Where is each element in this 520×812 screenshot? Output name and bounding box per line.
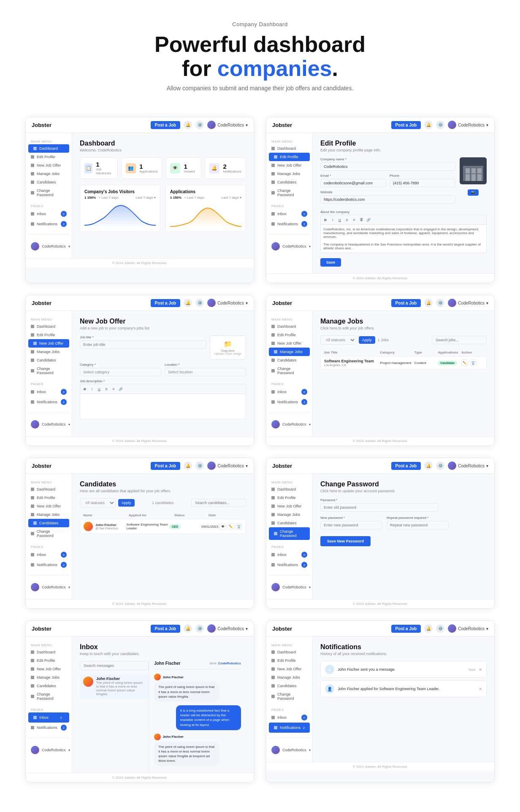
sidebar-candidates-7[interactable]: Candidates [26,682,72,690]
sidebar-candidates-6[interactable]: Candidates [266,519,312,527]
edit-job-btn[interactable]: ✏️ [461,359,468,366]
post-job-button[interactable]: Post a Job [151,121,181,129]
settings-icon-2[interactable]: ⚙️ [436,121,444,129]
delete-candidate-btn[interactable]: 🗑️ [236,523,242,530]
sidebar-notifications-6[interactable]: Notifications 2 [266,560,312,570]
sidebar-edit-7[interactable]: Edit Profile [26,656,72,665]
italic-btn[interactable]: I [330,217,336,223]
candidates-apply-btn[interactable]: Apply [118,499,135,507]
sidebar-notifications-7[interactable]: Notifications 2 [26,723,72,733]
inbox-search[interactable] [80,661,149,670]
sidebar-new-job-5[interactable]: New Job Offer [26,502,72,510]
bold-btn[interactable]: B [322,217,328,223]
bell-icon-8[interactable]: 🔔 [424,624,433,633]
sidebar-candidates-8[interactable]: Candidates [266,682,312,690]
bell-icon-5[interactable]: 🔔 [184,461,192,470]
sidebar-item-change-password[interactable]: Change Password [26,186,72,199]
post-job-btn-4[interactable]: Post a Job [391,299,421,307]
jobs-apply-btn[interactable]: Apply [359,336,375,344]
sidebar-new-job-active[interactable]: New Job Offer [28,339,69,348]
sidebar-candidates-4[interactable]: Candidates [266,356,312,364]
sidebar-item-notifications[interactable]: Notifications 2 [26,219,72,229]
sidebar-manage-7[interactable]: Manage Jobs [26,673,72,682]
sidebar-inbox-5[interactable]: Inbox 0 [26,550,72,560]
sidebar-dashboard-2[interactable]: Dashboard [266,144,312,153]
sidebar-manage-jobs-active[interactable]: Manage Jobs [269,348,310,356]
sidebar-item-candidates[interactable]: Candidates [26,178,72,186]
view-candidate-btn[interactable]: 👁️ [219,523,226,530]
post-job-btn-7[interactable]: Post a Job [151,625,181,633]
post-job-btn-3[interactable]: Post a Job [151,299,181,307]
sidebar-notifications-5[interactable]: Notifications 2 [26,560,72,570]
sidebar-manage-2[interactable]: Manage Jobs [266,170,312,178]
save-profile-btn[interactable]: Save [320,258,341,267]
bell-icon-2[interactable]: 🔔 [424,121,433,129]
candidates-search[interactable] [191,499,246,507]
repeat-password-input[interactable] [387,521,449,529]
settings-icon-7[interactable]: ⚙️ [195,624,204,633]
sidebar-inbox-2[interactable]: Inbox 0 [266,209,312,219]
sidebar-new-job-8[interactable]: New Job Offer [266,665,312,673]
job-description-editor[interactable] [80,394,246,419]
sidebar-candidates-2[interactable]: Candidates [266,178,312,186]
location-select[interactable]: Select location [165,368,246,376]
sidebar-item-dashboard[interactable]: Dashboard [28,144,69,153]
upload-zone[interactable]: 📁 Drag here Upload Cover Image [210,335,246,360]
job-bold-btn[interactable]: B [82,386,88,392]
sidebar-dashboard-4[interactable]: Dashboard [266,322,312,331]
sidebar-password-5[interactable]: Change Password [26,527,72,540]
sidebar-candidates-3[interactable]: Candidates [26,356,72,364]
current-password-input[interactable] [320,503,439,512]
post-job-btn-6[interactable]: Post a Job [391,462,421,470]
dismiss-notification-2[interactable]: ✕ [479,687,482,691]
sidebar-dashboard-8[interactable]: Dashboard [266,648,312,656]
sidebar-change-password-active[interactable]: Change Password [269,527,310,540]
phone-input[interactable] [390,179,455,187]
sidebar-password-7[interactable]: Change Password [26,690,72,703]
sidebar-password-3[interactable]: Change Password [26,364,72,377]
bell-icon[interactable]: 🔔 [184,121,192,129]
edit-candidate-btn[interactable]: ✏️ [228,523,234,530]
settings-icon-3[interactable]: ⚙️ [195,299,204,307]
delete-job-btn[interactable]: 🗑️ [470,359,477,366]
list-item[interactable]: John Fischer The point of using lorem ip… [80,674,149,699]
bell-icon-3[interactable]: 🔔 [184,299,192,307]
sidebar-candidates-active[interactable]: Candidates [28,519,69,527]
sidebar-inbox-4[interactable]: Inbox 0 [266,387,312,397]
sidebar-item-inbox[interactable]: Inbox 0 [26,209,72,219]
sidebar-dashboard-5[interactable]: Dashboard [26,485,72,494]
sidebar-inbox-6[interactable]: Inbox 0 [266,550,312,560]
post-job-btn-8[interactable]: Post a Job [391,625,421,633]
sidebar-notifications-2[interactable]: Notifications 2 [266,219,312,229]
dismiss-notification-1[interactable]: ✕ [479,667,482,672]
sidebar-inbox-3[interactable]: Inbox 0 [26,387,72,397]
sidebar-manage-6[interactable]: Manage Jobs [266,510,312,519]
sidebar-password-8[interactable]: Change Password [266,690,312,703]
sidebar-notifications-active[interactable]: Notifications 2 [269,723,310,733]
candidates-filter[interactable]: All statuses [80,498,116,507]
website-input[interactable] [320,195,455,204]
sidebar-edit-profile-active[interactable]: Edit Profile [269,153,310,161]
sidebar-dashboard-3[interactable]: Dashboard [26,322,72,331]
save-password-btn[interactable]: Save New Password [320,536,371,546]
settings-icon-5[interactable]: ⚙️ [195,461,204,470]
job-italic-btn[interactable]: I [89,386,95,392]
post-job-btn-5[interactable]: Post a Job [151,462,181,470]
category-select[interactable]: Select category [80,368,161,376]
sidebar-edit-4[interactable]: Edit Profile [266,331,312,339]
bell-icon-4[interactable]: 🔔 [424,299,433,307]
sidebar-manage-5[interactable]: Manage Jobs [26,510,72,519]
sidebar-item-manage-jobs[interactable]: Manage Jobs [26,170,72,178]
sidebar-item-new-job[interactable]: New Job Offer [26,161,72,170]
sidebar-edit-8[interactable]: Edit Profile [266,656,312,665]
sidebar-manage-3[interactable]: Manage Jobs [26,348,72,356]
about-editor[interactable]: CodeRobotics, Inc. is an American multin… [320,225,487,253]
sidebar-manage-8[interactable]: Manage Jobs [266,673,312,682]
sidebar-new-job-6[interactable]: New Job Offer [266,502,312,510]
sidebar-password-4[interactable]: Change Password [266,364,312,377]
upload-image-btn[interactable]: 📷 [468,189,479,196]
new-password-input[interactable] [320,521,382,529]
sidebar-notifications-4[interactable]: Notifications 2 [266,397,312,407]
post-job-btn-2[interactable]: Post a Job [391,121,421,129]
sidebar-new-job-7[interactable]: New Job Offer [26,665,72,673]
